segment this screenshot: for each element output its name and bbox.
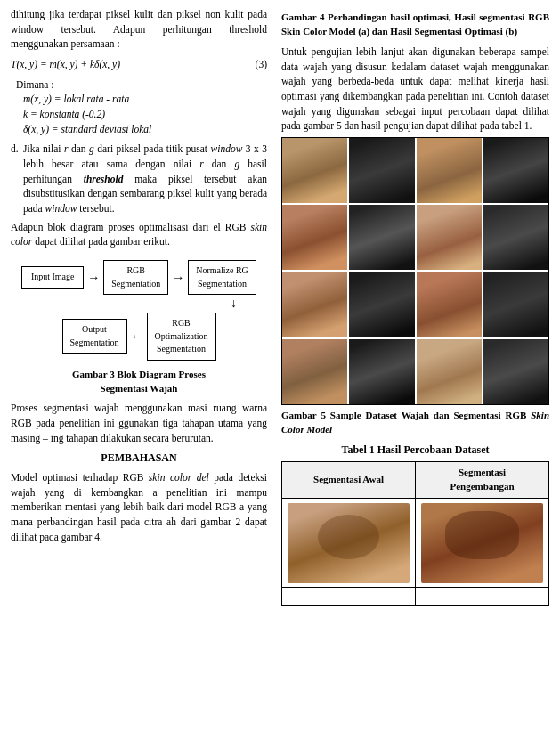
fig5-caption: Gambar 5 Sample Dataset Wajah dan Segmen…	[281, 409, 549, 437]
face-cell-2-3	[483, 272, 548, 337]
proses-text: Proses segmentasi wajah menggunakan masi…	[11, 401, 267, 445]
fig3-caption-line2: Segmentasi Wajah	[11, 382, 267, 396]
table-cell-empty-left	[282, 588, 416, 606]
face-cell-1-0	[282, 205, 347, 270]
flow-box-output: Output Segmentation	[62, 319, 127, 354]
face-cell-0-3	[483, 138, 548, 203]
pembahasan-text: Model optimasi terhadap RGB skin color d…	[11, 470, 267, 544]
pembahasan-heading: PEMBAHASAN	[11, 451, 267, 466]
variable-definitions: Dimana : m(x, y) = lokal rata - rata k =…	[16, 77, 267, 137]
flow-box-rgb-opt: RGB Optimalization Segmentation	[147, 313, 216, 361]
left-column: dihitung jika terdapat piksel kulit dan …	[0, 0, 276, 613]
var3: δ(x, y) = standard deviasi lokal	[23, 122, 267, 137]
table-header-seg-awal: Segmentasi Awal	[282, 462, 416, 499]
fig3-caption: Gambar 3 Blok Diagram Proses Segmentasi …	[11, 368, 267, 396]
table-face-left-img	[288, 503, 410, 583]
flow-row-2: Output Segmentation ← RGB Optimalization…	[62, 313, 216, 361]
fig3-caption-line1: Gambar 3 Blok Diagram Proses	[11, 368, 267, 382]
face-cell-1-2	[417, 205, 482, 270]
flow-box-norm-rg: Normalize RG Segmentation	[188, 260, 256, 295]
equation-number: (3)	[256, 57, 267, 72]
table-row-empty	[282, 588, 549, 606]
face-cell-2-0	[282, 272, 347, 337]
list-item-d-text: Jika nilai r dan g dari piksel pada titi…	[23, 142, 267, 215]
table-cell-segdev-img	[416, 499, 549, 588]
flow-box-input: Input Image	[21, 266, 84, 289]
table-face-right-img	[421, 503, 543, 583]
face-image-grid	[281, 137, 549, 405]
face-cell-1-1	[349, 205, 414, 270]
flow-arrow-2: →	[172, 272, 184, 284]
face-cell-2-1	[349, 272, 414, 337]
table-row-images	[282, 499, 549, 588]
table-cell-segawal-img	[282, 499, 416, 588]
face-cell-1-3	[483, 205, 548, 270]
table-cell-empty-right	[416, 588, 549, 606]
face-cell-3-2	[417, 339, 482, 404]
list-item-d-marker: d.	[11, 142, 23, 215]
face-cell-3-0	[282, 339, 347, 404]
right-intro-text: Untuk pengujian lebih lanjut akan diguna…	[281, 45, 549, 134]
var2: k = konstanta (-0.2)	[23, 107, 267, 122]
flow-down-arrow-right: ↓	[184, 297, 253, 310]
flow-box-rgb-seg: RGB Segmentation	[103, 260, 168, 295]
table-header-seg-pengembangan: SegmentasiPengembangan	[416, 462, 549, 499]
flow-row-1: Input Image → RGB Segmentation → Normali…	[21, 260, 256, 295]
formula-text: T(x, y) = m(x, y) + kδ(x, y)	[11, 57, 120, 72]
face-cell-0-1	[349, 138, 414, 203]
table1-title: Tabel 1 Hasil Percobaan Dataset	[281, 443, 549, 458]
face-cell-3-3	[483, 339, 548, 404]
page-container: dihitung jika terdapat piksel kulit dan …	[0, 0, 560, 613]
face-cell-0-0	[282, 138, 347, 203]
dimana-label: Dimana :	[16, 77, 267, 93]
table-header-row: Segmentasi Awal SegmentasiPengembangan	[282, 462, 549, 499]
flow-arrow-1: →	[87, 272, 100, 284]
face-cell-3-1	[349, 339, 414, 404]
face-cell-2-2	[417, 272, 482, 337]
face-cell-0-2	[417, 138, 482, 203]
var1: m(x, y) = lokal rata - rata	[23, 92, 267, 107]
intro-paragraph: dihitung jika terdapat piksel kulit dan …	[11, 7, 267, 52]
list-d: d. Jika nilai r dan g dari piksel pada t…	[11, 142, 267, 215]
flow-diagram: Input Image → RGB Segmentation → Normali…	[11, 258, 267, 362]
adapun-text: Adapun blok diagram proses optimalisasi …	[11, 220, 267, 249]
result-table: Segmentasi Awal SegmentasiPengembangan	[281, 461, 549, 606]
flow-arrow-3: ←	[131, 330, 143, 343]
fig4-caption: Gambar 4 Perbandingan hasil optimasi, Ha…	[281, 11, 549, 39]
right-column: Gambar 4 Perbandingan hasil optimasi, Ha…	[276, 0, 560, 613]
formula-block: T(x, y) = m(x, y) + kδ(x, y) (3)	[11, 57, 267, 72]
